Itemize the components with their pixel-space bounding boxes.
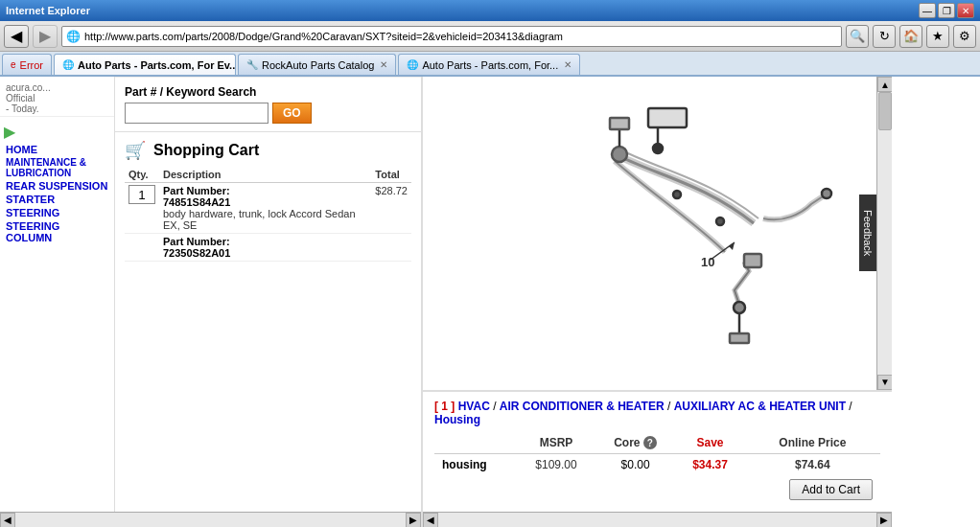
window-title: Internet Explorer <box>6 5 90 16</box>
scroll-left-btn-right[interactable]: ◀ <box>423 513 438 528</box>
refresh-button[interactable]: ↻ <box>873 25 896 48</box>
cart-table: Qty. Description Total <box>125 167 411 262</box>
browser-toolbar: ◀ ▶ 🌐 🔍 ↻ 🏠 ★ ⚙ <box>0 21 980 52</box>
cart-title: Shopping Cart <box>153 142 259 159</box>
tab-error[interactable]: e Error <box>2 54 52 75</box>
feedback-button[interactable]: Feedback <box>859 195 876 271</box>
minimize-button[interactable]: — <box>919 3 936 18</box>
scroll-h-track <box>15 513 406 527</box>
tab-autoparts2[interactable]: 🌐 Auto Parts - Parts.com, For... ✕ <box>398 54 580 75</box>
back-button[interactable]: ◀ <box>4 25 29 48</box>
sidebar-ad: acura.co... Official - Today. <box>0 80 114 117</box>
tab-rockauto-close[interactable]: ✕ <box>380 59 387 70</box>
sidebar-link-home[interactable]: HOME <box>0 143 114 156</box>
content-area: acura.co... Official - Today. ▶ HOME MAI… <box>0 77 980 527</box>
table-row-action: Add to Cart <box>434 475 880 504</box>
bottom-scrollbar-right: ◀ ▶ <box>423 512 892 527</box>
tools-button[interactable]: ⚙ <box>953 25 976 48</box>
scroll-down-btn[interactable]: ▼ <box>877 375 892 390</box>
qty-input-1[interactable] <box>128 185 155 204</box>
tab-rockauto-label: RockAuto Parts Catalog <box>262 59 374 71</box>
svg-point-9 <box>612 147 627 162</box>
breadcrumb-bracket: [ 1 ] <box>434 400 455 413</box>
col-item <box>434 432 517 454</box>
scroll-left-button[interactable]: ◀ <box>0 513 15 528</box>
cart-header: 🛒 Shopping Cart <box>125 140 411 161</box>
scroll-thumb <box>878 92 892 130</box>
bottom-scrollbar: ◀ ▶ <box>0 512 421 527</box>
forward-button[interactable]: ▶ <box>33 25 58 48</box>
part-save: $34.37 <box>675 454 744 476</box>
svg-point-12 <box>822 189 831 198</box>
breadcrumb-housing[interactable]: Housing <box>434 413 480 426</box>
scroll-h-track-right <box>438 513 876 527</box>
sidebar-arrow: ▶ <box>0 121 114 143</box>
tab-rockauto[interactable]: 🔧 RockAuto Parts Catalog ✕ <box>238 54 396 75</box>
col-description: Description <box>159 167 371 183</box>
diagram-svg: 10 <box>466 99 850 367</box>
svg-rect-8 <box>730 333 749 343</box>
part-number-label-1: Part Number: 74851S84A21 <box>163 185 367 208</box>
core-question-mark[interactable]: ? <box>643 436 657 449</box>
breadcrumb-ac-heater[interactable]: AIR CONDITIONER & HEATER <box>500 400 665 413</box>
address-input[interactable] <box>84 31 837 42</box>
svg-rect-15 <box>744 254 761 267</box>
sidebar-link-steering[interactable]: STEERING <box>0 206 114 219</box>
tab-autoparts1[interactable]: 🌐 Auto Parts - Parts.com, For Ev... ✕ <box>54 54 236 75</box>
search-button[interactable]: 🔍 <box>846 25 869 48</box>
cart-section: 🛒 Shopping Cart Qty. Description Total <box>115 131 421 269</box>
sidebar-link-rear-suspension[interactable]: REAR SUSPENSION <box>0 179 114 193</box>
tab-autoparts2-label: Auto Parts - Parts.com, For... <box>422 59 558 71</box>
svg-rect-11 <box>610 118 629 129</box>
svg-point-6 <box>734 302 745 313</box>
error-icon: e <box>11 59 16 70</box>
svg-point-2 <box>653 144 663 153</box>
col-qty: Qty. <box>125 167 159 183</box>
parts-table: MSRP Core ? Save Online Price housing <box>434 432 880 505</box>
table-row: Part Number: 74851S84A21 body hardware, … <box>125 183 411 234</box>
restore-button[interactable]: ❐ <box>938 3 955 18</box>
add-to-cart-button[interactable]: Add to Cart <box>789 479 873 500</box>
breadcrumb-hvac[interactable]: HVAC <box>458 400 490 413</box>
svg-marker-5 <box>729 242 735 250</box>
home-button[interactable]: 🏠 <box>899 25 922 48</box>
tab-autoparts2-close[interactable]: ✕ <box>564 59 572 70</box>
favorites-button[interactable]: ★ <box>926 25 949 48</box>
go-button[interactable]: GO <box>272 103 312 124</box>
cart-icon: 🛒 <box>125 140 146 161</box>
svg-rect-0 <box>648 108 687 127</box>
svg-text:10: 10 <box>701 255 714 269</box>
close-button[interactable]: ✕ <box>957 3 974 18</box>
breadcrumb-auxiliary[interactable]: AUXILIARY AC & HEATER UNIT <box>674 400 846 413</box>
col-save: Save <box>675 432 744 454</box>
cart-desc-1: body hardware, trunk, lock Accord Sedan … <box>163 208 367 231</box>
search-area: Part # / Keyword Search GO <box>115 77 421 131</box>
tab-rockauto-icon: 🔧 <box>246 59 258 70</box>
scroll-right-btn-right[interactable]: ▶ <box>876 513 892 528</box>
sidebar: acura.co... Official - Today. ▶ HOME MAI… <box>0 77 115 512</box>
address-bar-icon: 🌐 <box>66 30 81 43</box>
svg-point-14 <box>716 218 724 225</box>
sidebar-link-starter[interactable]: STARTER <box>0 193 114 206</box>
address-bar-container: 🌐 <box>61 26 842 47</box>
sidebar-link-steering-column[interactable]: STEERING COLUMN <box>0 219 114 244</box>
scroll-up-btn[interactable]: ▲ <box>877 77 892 92</box>
search-input[interactable] <box>125 103 268 124</box>
cart-total-1: $28.72 <box>371 183 411 234</box>
browser-window: Internet Explorer — ❐ ✕ ◀ ▶ 🌐 🔍 ↻ 🏠 ★ ⚙ … <box>0 0 980 527</box>
tab-error-label: Error <box>20 59 43 71</box>
col-online-price: Online Price <box>745 432 880 454</box>
part-name: housing <box>434 454 517 476</box>
scroll-right-button[interactable]: ▶ <box>406 513 421 528</box>
tab-bar: e Error 🌐 Auto Parts - Parts.com, For Ev… <box>0 52 980 77</box>
col-total: Total <box>371 167 411 183</box>
breadcrumb: [ 1 ] HVAC / AIR CONDITIONER & HEATER / … <box>434 400 880 426</box>
sidebar-link-maintenance[interactable]: MAINTENANCE & LUBRICATION <box>0 156 114 179</box>
right-panel: 10 <box>422 77 892 527</box>
search-row: GO <box>125 103 411 124</box>
table-row: housing $109.00 $0.00 $34.37 $74.64 <box>434 454 880 476</box>
diagram-container: 10 <box>423 77 892 390</box>
col-core: Core ? <box>595 432 675 454</box>
window-controls: — ❐ ✕ <box>919 3 974 18</box>
scroll-track <box>877 92 892 375</box>
